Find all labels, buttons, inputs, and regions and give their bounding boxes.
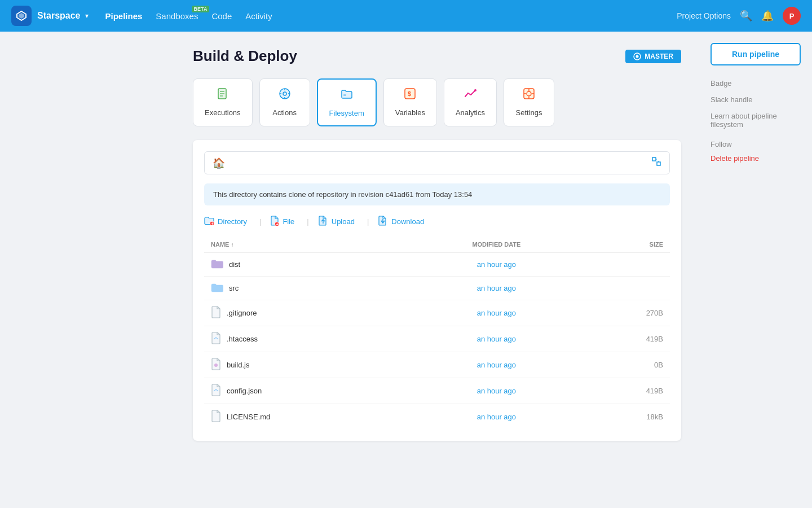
page-title: Build & Deploy	[193, 47, 297, 65]
file-modified: an hour ago	[409, 378, 584, 404]
file-name: build.js	[227, 361, 249, 369]
svg-text:+: +	[211, 222, 214, 225]
filesystem-icon	[340, 87, 354, 104]
executions-icon	[216, 87, 230, 104]
file-modified: an hour ago	[409, 253, 584, 277]
master-badge: MASTER	[625, 50, 681, 63]
brand-name: Starspace	[37, 11, 81, 21]
table-row[interactable]: LICENSE.mdan hour ago18kB	[204, 404, 670, 430]
sidebar-learn-link[interactable]: Learn about pipeline filesystem	[710, 112, 801, 129]
tab-executions[interactable]: Executions	[193, 78, 253, 126]
nav-pipelines[interactable]: Pipelines	[105, 11, 143, 21]
file-size: 0B	[584, 352, 670, 378]
path-bar: 🏠	[204, 151, 670, 174]
sidebar-badge-link[interactable]: Badge	[710, 79, 801, 87]
file-modified: an hour ago	[409, 300, 584, 326]
nav-code[interactable]: Code	[211, 11, 232, 21]
file-icon	[211, 306, 221, 320]
delete-pipeline-link[interactable]: Delete pipeline	[710, 154, 801, 163]
sort-arrow-icon: ↑	[231, 242, 233, 248]
download-icon	[378, 216, 388, 227]
directory-button[interactable]: + Directory	[204, 216, 270, 227]
col-size: SIZE	[584, 237, 670, 253]
file-size	[584, 277, 670, 300]
file-icon	[211, 259, 223, 270]
actions-icon	[278, 87, 292, 104]
directory-icon: +	[204, 216, 214, 227]
analytics-icon	[464, 87, 477, 104]
table-row[interactable]: srcan hour ago	[204, 277, 670, 300]
follow-link[interactable]: Follow	[710, 140, 801, 148]
fs-action-bar: + Directory + File Upload	[204, 216, 670, 227]
beta-badge: BETA	[192, 6, 210, 12]
main-content: Build & Deploy MASTER Executions Actions	[175, 32, 699, 508]
tab-variables[interactable]: $ Variables	[383, 78, 437, 126]
col-name[interactable]: NAME ↑	[204, 237, 409, 253]
project-options-link[interactable]: Project Options	[677, 11, 731, 20]
info-banner-text: This directory contains clone of reposit…	[213, 190, 472, 199]
table-row[interactable]: distan hour ago	[204, 253, 670, 277]
home-icon[interactable]: 🏠	[213, 157, 225, 169]
file-name: config.json	[227, 387, 262, 395]
file-size: 419B	[584, 378, 670, 404]
file-modified: an hour ago	[409, 326, 584, 352]
tab-filesystem-label: Filesystem	[329, 109, 364, 117]
sidebar-section-follow: Follow Delete pipeline	[710, 140, 801, 163]
tab-actions-label: Actions	[272, 108, 297, 117]
notifications-icon[interactable]: 🔔	[761, 10, 774, 22]
table-row[interactable]: config.jsonan hour ago419B	[204, 378, 670, 404]
search-icon[interactable]: 🔍	[740, 10, 752, 22]
file-table: NAME ↑ MODIFIED DATE SIZE distan hour ag…	[204, 237, 670, 430]
tab-filesystem[interactable]: Filesystem	[317, 78, 377, 126]
table-row[interactable]: build.jsan hour ago0B	[204, 352, 670, 378]
file-size: 419B	[584, 326, 670, 352]
info-banner: This directory contains clone of reposit…	[204, 183, 670, 205]
variables-icon: $	[403, 87, 417, 104]
page-header: Build & Deploy MASTER	[193, 47, 681, 65]
master-icon	[633, 52, 641, 60]
tab-analytics[interactable]: Analytics	[444, 78, 497, 126]
table-row[interactable]: .htaccessan hour ago419B	[204, 326, 670, 352]
nav-sandboxes[interactable]: Sandboxes BETA	[156, 11, 198, 21]
avatar[interactable]: P	[783, 7, 801, 25]
svg-point-34	[214, 364, 218, 367]
expand-icon[interactable]	[651, 156, 661, 169]
navbar: Starspace ▾ Pipelines Sandboxes BETA Cod…	[0, 0, 812, 32]
upload-button[interactable]: Upload	[318, 216, 378, 227]
file-size: 270B	[584, 300, 670, 326]
file-modified: an hour ago	[409, 352, 584, 378]
sidebar-right: Run pipeline Badge Slack handle Learn ab…	[699, 32, 812, 508]
col-modified: MODIFIED DATE	[409, 237, 584, 253]
nav-logo-icon	[11, 6, 32, 26]
svg-rect-14	[343, 94, 346, 96]
download-button[interactable]: Download	[378, 216, 433, 227]
file-name: .gitignore	[227, 309, 257, 317]
svg-text:$: $	[408, 90, 411, 97]
file-icon	[211, 282, 223, 294]
tabs: Executions Actions Filesystem $ Variable…	[193, 78, 681, 126]
tab-executions-label: Executions	[205, 108, 241, 117]
tab-settings[interactable]: Settings	[504, 78, 554, 126]
tab-actions[interactable]: Actions	[259, 78, 310, 126]
table-row[interactable]: .gitignorean hour ago270B	[204, 300, 670, 326]
svg-rect-24	[652, 157, 656, 161]
file-size	[584, 253, 670, 277]
tab-settings-label: Settings	[515, 108, 542, 117]
upload-icon	[318, 216, 328, 227]
run-pipeline-button[interactable]: Run pipeline	[710, 43, 801, 65]
nav-activity[interactable]: Activity	[245, 11, 272, 21]
svg-rect-25	[657, 162, 660, 165]
svg-point-3	[636, 55, 639, 58]
settings-icon	[522, 87, 536, 104]
file-icon	[211, 332, 221, 346]
nav-right: Project Options 🔍 🔔 P	[677, 7, 801, 25]
file-name: .htaccess	[227, 335, 258, 343]
file-modified: an hour ago	[409, 404, 584, 430]
file-button[interactable]: + File	[270, 216, 317, 227]
sidebar-slack-link[interactable]: Slack handle	[710, 95, 801, 104]
file-icon	[211, 358, 221, 372]
tab-variables-label: Variables	[395, 108, 425, 117]
file-icon	[211, 410, 221, 424]
svg-marker-1	[19, 13, 24, 19]
file-name: LICENSE.md	[227, 413, 270, 421]
